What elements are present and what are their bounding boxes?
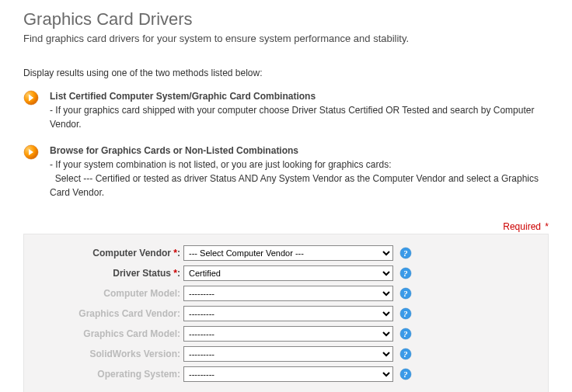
help-icon[interactable]: ? [399,368,412,380]
label-graphics-card-vendor: Graphics Card Vendor: [32,308,183,319]
label-graphics-card-model: Graphics Card Model: [32,328,183,339]
select-driver-status[interactable]: Certified [183,265,393,281]
page-title: Graphics Card Drivers [23,9,549,29]
instruction-heading: Display results using one of the two met… [23,68,549,78]
method-title: List Certified Computer System/Graphic C… [50,91,316,102]
method-item: List Certified Computer System/Graphic C… [23,89,549,131]
page-subtitle: Find graphics card drivers for your syst… [23,33,549,44]
svg-text:?: ? [403,329,408,338]
svg-text:?: ? [403,309,408,318]
method-title: Browse for Graphics Cards or Non-Listed … [50,145,298,156]
required-indicator: Required * [23,221,549,232]
svg-text:?: ? [403,349,408,359]
method-desc: - If your system combination is not list… [50,159,541,198]
select-graphics-card-model[interactable]: --------- [183,326,393,342]
svg-text:?: ? [403,369,408,379]
select-computer-model[interactable]: --------- [183,286,393,301]
method-desc: - If your graphics card shipped with you… [50,105,534,130]
label-computer-model: Computer Model: [32,288,183,299]
select-operating-system[interactable]: --------- [183,366,393,382]
arrow-right-icon [23,144,39,160]
driver-search-form: Computer Vendor *: --- Select Computer V… [23,234,549,392]
select-solidworks-version[interactable]: --------- [183,346,393,362]
svg-text:?: ? [403,248,408,258]
help-icon[interactable]: ? [399,267,412,279]
help-icon[interactable]: ? [399,307,412,320]
help-icon[interactable]: ? [399,328,412,340]
svg-text:?: ? [403,289,408,298]
help-icon[interactable]: ? [399,287,412,300]
label-driver-status: Driver Status *: [32,268,183,279]
label-computer-vendor: Computer Vendor *: [32,248,183,258]
help-icon[interactable]: ? [399,348,412,360]
help-icon[interactable]: ? [399,247,412,259]
label-operating-system: Operating System: [32,369,183,380]
svg-text:?: ? [403,269,408,278]
select-computer-vendor[interactable]: --- Select Computer Vendor --- [183,245,393,261]
label-solidworks-version: SolidWorks Version: [32,349,183,359]
arrow-right-icon [23,90,39,106]
method-item: Browse for Graphics Cards or Non-Listed … [23,144,549,199]
select-graphics-card-vendor[interactable]: --------- [183,306,393,321]
